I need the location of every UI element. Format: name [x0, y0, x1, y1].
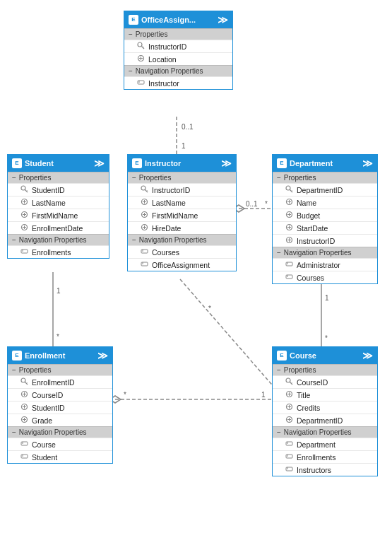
- svg-text:E: E: [15, 352, 19, 358]
- student-header: E Student ≫: [8, 155, 109, 172]
- field-budget-d: Budget: [273, 209, 377, 221]
- field-department-nav-c: Department: [273, 438, 377, 450]
- officeassignment-nav-header: − Navigation Properties: [124, 65, 232, 76]
- officeassignment-title: OfficeAssign...: [141, 16, 196, 24]
- instructor-props-header: − Properties: [128, 172, 236, 183]
- field-lastname-s: LastName: [8, 196, 109, 209]
- department-header: E Department ≫: [273, 155, 377, 172]
- svg-rect-120: [286, 467, 292, 471]
- department-props-header: − Properties: [273, 172, 377, 183]
- enrollment-title: Enrollment: [25, 351, 65, 360]
- student-icon: E: [12, 158, 22, 168]
- enrollment-props-header: − Properties: [8, 364, 112, 375]
- field-departmentid-d: DepartmentID: [273, 183, 377, 196]
- field-courses-nav-i: Courses: [128, 245, 236, 258]
- svg-text:0..1: 0..1: [246, 200, 258, 208]
- field-hiredate-i: HireDate: [128, 221, 236, 234]
- student-nav-header: − Navigation Properties: [8, 234, 109, 245]
- course-icon: E: [277, 351, 287, 361]
- svg-line-13: [180, 279, 275, 389]
- svg-point-104: [286, 378, 290, 382]
- officeassignment-header: E OfficeAssign... ≫: [124, 11, 232, 28]
- svg-rect-100: [21, 455, 28, 458]
- svg-text:E: E: [135, 160, 139, 166]
- field-courses-nav-d: Courses: [273, 271, 377, 283]
- svg-text:E: E: [15, 160, 19, 166]
- field-departmentid-c: DepartmentID: [273, 414, 377, 426]
- svg-text:1: 1: [261, 391, 266, 399]
- svg-rect-98: [21, 442, 28, 445]
- svg-text:E: E: [280, 160, 284, 166]
- course-props-header: − Properties: [273, 364, 377, 375]
- course-entity: E Course ≫ − Properties CourseID Title C…: [272, 346, 378, 476]
- field-courseid-e: CourseID: [8, 388, 112, 401]
- field-location-oa: Location: [124, 52, 232, 65]
- field-course-nav-e: Course: [8, 438, 112, 450]
- field-instructor-nav-oa: Instructor: [124, 76, 232, 89]
- enrollment-entity: E Enrollment ≫ − Properties EnrollmentID…: [7, 346, 113, 464]
- svg-rect-118: [286, 455, 292, 458]
- field-firstmidname-i: FirstMidName: [128, 209, 236, 221]
- field-studentid: StudentID: [8, 183, 109, 196]
- svg-rect-43: [21, 250, 28, 253]
- svg-text:*: *: [325, 334, 328, 342]
- field-enrollmentid-e: EnrollmentID: [8, 375, 112, 388]
- field-instructorid-oa: InstructorID: [124, 40, 232, 52]
- officeassignment-expand[interactable]: ≫: [218, 14, 228, 25]
- field-enrollments-nav-c: Enrollments: [273, 450, 377, 463]
- diagram: 0..1 1 0..1 * 1 * 1 * * * 1 E OfficeAssi…: [0, 0, 392, 545]
- enrollment-expand[interactable]: ≫: [97, 350, 108, 361]
- department-icon: E: [277, 158, 287, 168]
- field-officeassignment-nav-i: OfficeAssignment: [128, 258, 236, 271]
- field-enrollments-nav: Enrollments: [8, 245, 109, 258]
- field-enrollmentdate: EnrollmentDate: [8, 221, 109, 234]
- svg-rect-80: [286, 262, 292, 266]
- svg-text:1: 1: [325, 294, 329, 302]
- svg-text:*: *: [208, 305, 211, 312]
- field-studentid-e: StudentID: [8, 401, 112, 414]
- enrollment-header: E Enrollment ≫: [8, 347, 112, 364]
- svg-text:0..1: 0..1: [182, 123, 194, 131]
- svg-point-47: [141, 186, 145, 190]
- instructor-header: E Instructor ≫: [128, 155, 236, 172]
- course-title: Course: [290, 351, 316, 360]
- officeassignment-icon: E: [129, 15, 138, 25]
- field-grade-e: Grade: [8, 414, 112, 426]
- svg-text:1: 1: [57, 287, 61, 295]
- svg-text:E: E: [280, 352, 284, 358]
- field-courseid-c: CourseID: [273, 375, 377, 388]
- svg-rect-82: [286, 275, 292, 279]
- instructor-entity: E Instructor ≫ − Properties InstructorID…: [127, 154, 237, 271]
- enrollment-icon: E: [12, 351, 22, 361]
- svg-rect-61: [141, 262, 148, 266]
- department-expand[interactable]: ≫: [362, 158, 373, 169]
- field-title-c: Title: [273, 388, 377, 401]
- instructor-title: Instructor: [145, 159, 181, 168]
- svg-text:*: *: [265, 200, 268, 208]
- department-entity: E Department ≫ − Properties DepartmentID…: [272, 154, 378, 284]
- svg-point-86: [21, 378, 25, 382]
- course-expand[interactable]: ≫: [362, 350, 373, 361]
- svg-rect-27: [138, 81, 144, 84]
- student-expand[interactable]: ≫: [94, 158, 105, 169]
- field-administrator-nav-d: Administrator: [273, 258, 377, 271]
- instructor-expand[interactable]: ≫: [221, 158, 232, 169]
- field-lastname-i: LastName: [128, 196, 236, 209]
- field-name-d: Name: [273, 196, 377, 209]
- instructor-nav-header: − Navigation Properties: [128, 234, 236, 245]
- field-instructorid-i: InstructorID: [128, 183, 236, 196]
- svg-text:1: 1: [182, 142, 186, 150]
- officeassignment-props-header: − Properties: [124, 28, 232, 40]
- field-firstmidname-s: FirstMidName: [8, 209, 109, 221]
- svg-point-31: [21, 186, 25, 190]
- svg-point-65: [286, 186, 290, 190]
- field-instructors-nav-c: Instructors: [273, 463, 377, 476]
- department-title: Department: [290, 159, 333, 168]
- course-nav-header: − Navigation Properties: [273, 426, 377, 438]
- svg-text:*: *: [57, 333, 59, 341]
- svg-rect-116: [286, 442, 292, 445]
- field-instructorid-d: InstructorID: [273, 234, 377, 247]
- course-header: E Course ≫: [273, 347, 377, 364]
- student-props-header: − Properties: [8, 172, 109, 183]
- field-student-nav-e: Student: [8, 450, 112, 463]
